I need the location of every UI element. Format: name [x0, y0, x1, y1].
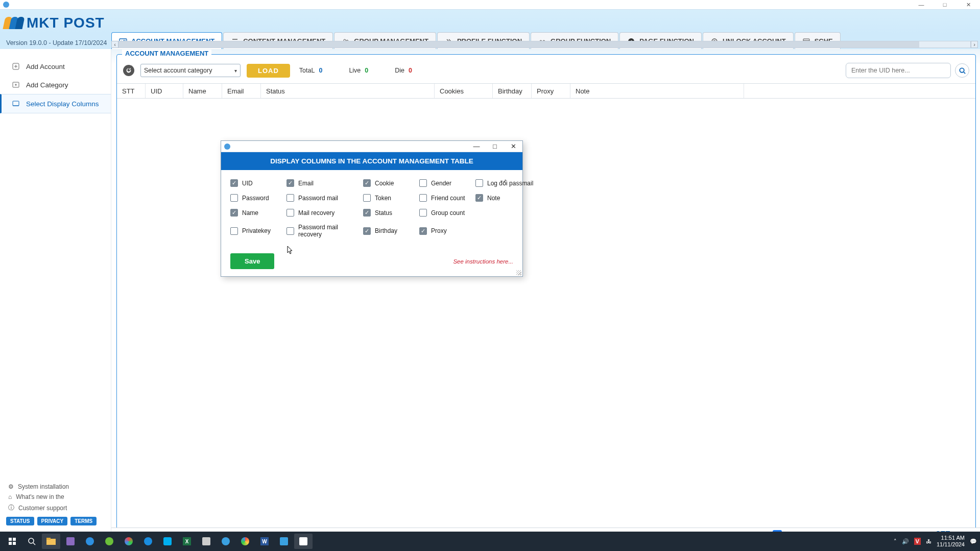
- tray-chevron-icon[interactable]: ˄: [894, 538, 897, 545]
- checkbox-cookie[interactable]: Cookie: [363, 179, 419, 187]
- checkbox-note[interactable]: Note: [475, 194, 537, 202]
- sidebar-item-add-category[interactable]: Add Category: [0, 76, 111, 94]
- taskbar-app-7[interactable]: [197, 534, 216, 549]
- column-header-status[interactable]: Status: [261, 84, 435, 98]
- display-columns-dialog: — □ ✕ DISPLAY COLUMNS IN THE ACCOUNT MAN…: [221, 140, 523, 277]
- load-button[interactable]: LOAD: [247, 64, 290, 78]
- info-icon: ⌂: [8, 493, 12, 500]
- chevron-down-icon: ▾: [234, 68, 237, 74]
- checkbox-group-count[interactable]: Group count: [419, 209, 475, 217]
- taskbar-app-4[interactable]: [119, 534, 138, 549]
- taskbar-app-8[interactable]: [217, 534, 235, 549]
- pill-status[interactable]: STATUS: [6, 517, 34, 525]
- sidebar-item-select-display-columns[interactable]: Select Display Columns: [0, 94, 111, 113]
- tray-network-icon[interactable]: 🖧: [926, 538, 931, 544]
- taskbar-app-2[interactable]: [81, 534, 99, 549]
- window-maximize-button[interactable]: □: [933, 0, 957, 9]
- checkbox-log-đổi-passmail[interactable]: Log đổi passmail: [475, 179, 537, 187]
- checkbox-icon: [363, 179, 371, 187]
- dialog-titlebar[interactable]: — □ ✕: [221, 141, 522, 152]
- support-icon: ⓘ: [8, 504, 14, 512]
- checkbox-friend-count[interactable]: Friend count: [419, 194, 475, 202]
- checkbox-token[interactable]: Token: [363, 194, 419, 202]
- refresh-icon: [125, 67, 132, 74]
- pill-terms[interactable]: TERMS: [70, 517, 97, 525]
- column-header-note[interactable]: Note: [570, 84, 744, 98]
- save-button[interactable]: Save: [230, 253, 274, 269]
- dialog-close-button[interactable]: ✕: [504, 141, 522, 152]
- sidebar-link-customer-support[interactable]: ⓘ Customer support: [6, 502, 105, 514]
- dialog-minimize-button[interactable]: —: [467, 141, 486, 152]
- column-header-email[interactable]: Email: [222, 84, 261, 98]
- sidebar-item-add-account[interactable]: Add Account: [0, 57, 111, 76]
- checkbox-birthday[interactable]: Birthday: [363, 224, 419, 238]
- logo-text: MKT POST: [27, 15, 105, 31]
- checkbox-privatekey[interactable]: Privatekey: [230, 224, 286, 238]
- column-header-cookies[interactable]: Cookies: [435, 84, 493, 98]
- checkbox-icon: [286, 194, 294, 202]
- clock-date: 11/11/2024: [937, 541, 965, 548]
- dialog-resize-grip[interactable]: [516, 270, 521, 275]
- column-header-proxy[interactable]: Proxy: [532, 84, 570, 98]
- taskbar-app-10[interactable]: [275, 534, 293, 549]
- taskbar-explorer-button[interactable]: [42, 534, 60, 549]
- taskbar-app-3[interactable]: [100, 534, 118, 549]
- column-header-uid[interactable]: UID: [146, 84, 183, 98]
- checkbox-proxy[interactable]: Proxy: [419, 224, 475, 238]
- checkbox-password[interactable]: Password: [230, 194, 286, 202]
- uid-search-input[interactable]: [846, 63, 951, 78]
- tabstrip-scroll-right[interactable]: ›: [971, 41, 978, 48]
- account-category-combo[interactable]: Select account category ▾: [140, 64, 241, 77]
- svg-rect-34: [46, 538, 51, 540]
- svg-line-26: [964, 72, 965, 74]
- instructions-link[interactable]: See instructions here...: [453, 258, 513, 265]
- column-header-stt[interactable]: STT: [117, 84, 146, 98]
- dialog-heading: DISPLAY COLUMNS IN THE ACCOUNT MANAGEMEN…: [221, 152, 522, 170]
- taskbar-app-11[interactable]: [294, 534, 313, 549]
- tray-volume-icon[interactable]: 🔊: [902, 538, 909, 545]
- search-button[interactable]: [955, 63, 969, 78]
- tray-app-icon[interactable]: V: [914, 538, 921, 545]
- checkbox-status[interactable]: Status: [363, 209, 419, 217]
- app-icon: [3, 2, 9, 8]
- dialog-maximize-button[interactable]: □: [486, 141, 504, 152]
- taskbar-start-button[interactable]: [3, 534, 21, 549]
- taskbar-app-5[interactable]: [139, 534, 157, 549]
- column-header-name[interactable]: Name: [183, 84, 222, 98]
- sidebar: Add Account Add Category Select Display …: [0, 49, 111, 532]
- checkbox-icon: [286, 179, 294, 187]
- checkbox-gender[interactable]: Gender: [419, 179, 475, 187]
- clock-time: 11:51 AM: [937, 535, 965, 541]
- checkbox-email[interactable]: Email: [286, 179, 363, 187]
- taskbar-clock[interactable]: 11:51 AM 11/11/2024: [937, 535, 965, 547]
- sidebar-link-label: System installation: [18, 483, 69, 490]
- checkbox-label: Group count: [431, 209, 465, 217]
- windows-taskbar: X W ˄ 🔊 V 🖧 11:51 AM 11/11/2024 💬: [0, 532, 980, 551]
- taskbar-app-9[interactable]: [236, 534, 254, 549]
- tabstrip-scroll-left[interactable]: ‹: [111, 41, 118, 48]
- window-close-button[interactable]: ✕: [957, 0, 980, 9]
- panel-toolbar: Select account category ▾ LOAD TotaL 0 L…: [117, 55, 975, 83]
- checkbox-password-mail-recovery[interactable]: Password mail recovery: [286, 224, 363, 238]
- window-minimize-button[interactable]: —: [910, 0, 933, 9]
- checkbox-password-mail[interactable]: Password mail: [286, 194, 363, 202]
- taskbar-word-button[interactable]: W: [255, 534, 274, 549]
- tray-notifications-icon[interactable]: 💬: [970, 538, 977, 545]
- refresh-button[interactable]: [123, 65, 134, 76]
- window-controls: — □ ✕: [910, 0, 980, 9]
- search-icon: [959, 67, 966, 75]
- checkbox-icon: [419, 227, 427, 235]
- taskbar-search-button[interactable]: [22, 534, 41, 549]
- sidebar-link-system-installation[interactable]: ⚙ System installation: [6, 482, 105, 492]
- checkbox-uid[interactable]: UID: [230, 179, 286, 187]
- checkbox-name[interactable]: Name: [230, 209, 286, 217]
- checkbox-mail-recovery[interactable]: Mail recovery: [286, 209, 363, 217]
- sidebar-link-whats-new[interactable]: ⌂ What's new in the: [6, 492, 105, 502]
- pill-privacy[interactable]: PRIVACY: [37, 517, 68, 525]
- taskbar-excel-button[interactable]: X: [178, 534, 196, 549]
- tabstrip-scrollbar[interactable]: [118, 41, 971, 48]
- svg-point-25: [960, 68, 964, 72]
- taskbar-app-1[interactable]: [61, 534, 80, 549]
- taskbar-app-6[interactable]: [158, 534, 177, 549]
- column-header-birthday[interactable]: Birthday: [493, 84, 532, 98]
